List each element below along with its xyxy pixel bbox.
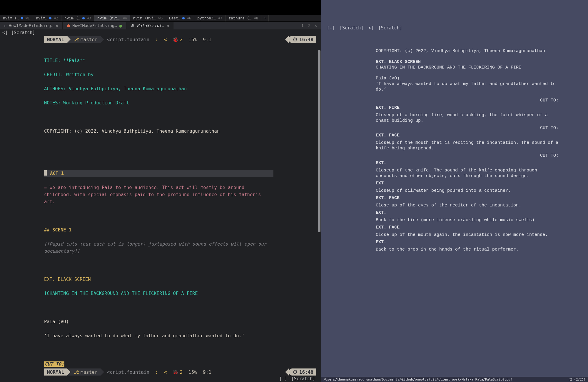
terminal-tab-add[interactable]: +	[261, 15, 269, 21]
pdf-slugline: EXT.	[376, 239, 559, 245]
cursor-position: 9:1	[200, 36, 214, 43]
window-scratch-top: <] [Scratch]	[0, 29, 321, 36]
pdf-page-indicator: [2 (2/2)]	[568, 378, 586, 381]
buffer-tab-2[interactable]: ⬢ HowIMadeFilmUsing… ●	[63, 22, 126, 29]
pdf-slugline: EXT. FIRE	[376, 105, 559, 111]
separator-icon	[101, 368, 104, 376]
scene-heading: ## SCENE 1	[44, 226, 316, 233]
file-path: <cript.fountain	[104, 368, 153, 376]
vim-mode-indicator: NORMAL	[44, 368, 67, 376]
chevron-left-icon: <	[161, 36, 170, 43]
title-key: TITLE:	[44, 58, 63, 63]
bug-icon: 🐞	[173, 369, 178, 375]
separator-icon: :	[152, 36, 161, 43]
terminal-tabs: nvim (…⌘1 nvim…⌘2 nvim (…⌘3 nvim (nvi…⌘4…	[0, 15, 321, 22]
pdf-slugline: EXT. FACE	[376, 195, 559, 201]
pdf-statusbar: /Users/theenakumaragurunathan/Documents/…	[321, 377, 588, 382]
action-emphasis: !CHANTING IN THE BACKGROUND AND THE FLIC…	[44, 290, 316, 297]
scrollbar[interactable]	[318, 50, 320, 232]
pdf-content: COPYRIGHT: (c) 2022, Vindhya Buthpitiya,…	[376, 48, 559, 252]
close-icon[interactable]: ✕	[56, 23, 58, 28]
cursor-position: 9:1	[200, 368, 214, 376]
terminal-tab-4[interactable]: nvim (nvi…⌘4	[94, 15, 130, 21]
root: nvim (…⌘1 nvim…⌘2 nvim (…⌘3 nvim (nvi…⌘4…	[0, 0, 588, 382]
bug-icon: 🐞	[173, 37, 178, 42]
slugline: EXT. BLACK SCREEN	[44, 276, 316, 283]
pdf-pane[interactable]: [-][Scratch] <][Scratch] COPYRIGHT: (c) …	[321, 0, 588, 382]
terminal-tab-6[interactable]: Last…⌘6	[166, 15, 195, 21]
file-icon: ↩	[4, 24, 6, 28]
pdf-slugline: EXT.	[376, 160, 559, 166]
git-branch-icon: ⎇	[74, 37, 79, 42]
pdf-transition: CUT TO:	[376, 153, 559, 159]
synopsis-line: = We are introducing Pala to the audienc…	[44, 184, 268, 205]
notes-line: NOTES: Working Production Draft	[44, 99, 316, 106]
separator-icon	[101, 36, 104, 43]
file-icon: 🗎	[131, 24, 134, 28]
clock: ⏱16:48	[289, 36, 316, 43]
transition: CUT TO:	[44, 361, 64, 367]
pdf-slugline: EXT.	[376, 181, 559, 186]
separator-icon	[67, 368, 71, 376]
file-icon: ⬢	[67, 24, 70, 28]
vim-mode-indicator: NORMAL	[44, 36, 67, 43]
dirty-dot-icon: ●	[119, 23, 122, 29]
terminal-tab-2[interactable]: nvim…⌘2	[33, 15, 61, 21]
buffer-tab-label: PalaScript…	[137, 23, 164, 28]
dirty-dot-icon	[82, 17, 85, 19]
diagnostics-count: 🐞2	[170, 368, 186, 376]
dirty-dot-icon	[49, 17, 51, 19]
scroll-percent: 15%	[186, 36, 200, 43]
pdf-slugline: EXT. BLACK SCREEN	[376, 59, 559, 65]
terminal-tab-8[interactable]: zathura (…⌘8	[225, 15, 261, 21]
pdf-path: /Users/theenakumaragurunathan/Documents/…	[323, 378, 512, 381]
buffer-tab-3[interactable]: 🗎 PalaScript… ✕	[126, 22, 173, 29]
dirty-dot-icon	[182, 17, 185, 19]
pdf-transition: CUT TO:	[376, 125, 559, 131]
file-path: <cript.fountain	[104, 36, 153, 43]
code-area[interactable]: TITLE: **Pala** CREDIT: Written by AUTHO…	[44, 50, 316, 368]
terminal-tab-1[interactable]: nvim (…⌘1	[0, 15, 33, 21]
buffer-tabs: ↩ HowIMadeFilmUsing… ✕ ⬢ HowIMadeFilmUsi…	[0, 22, 321, 29]
clock-icon: ⏱	[293, 37, 298, 42]
git-branch: ⎇master	[71, 368, 101, 376]
chevron-left-icon: <	[161, 368, 170, 376]
inline-note: [[Rapid cuts (but each cut is longer) ju…	[44, 241, 270, 255]
clock-icon: ⏱	[293, 369, 298, 375]
block-cursor-icon	[44, 170, 47, 176]
separator-icon: :	[152, 368, 161, 376]
authors-line: AUTHORS: Vindhya Buthpitiya, Theena Kuma…	[44, 85, 316, 92]
git-branch-icon: ⎇	[74, 369, 79, 375]
clock: ⏱16:48	[289, 368, 316, 376]
terminal-tab-3[interactable]: nvim (…⌘3	[61, 15, 94, 21]
pdf-scratch-top: [-][Scratch] <][Scratch]	[321, 25, 588, 31]
pdf-slugline: EXT.	[376, 210, 559, 216]
dialogue: ‘I have always wanted to do what my fath…	[44, 332, 268, 339]
diagnostics-count: 🐞2	[170, 36, 186, 43]
pdf-transition: CUT TO:	[376, 98, 559, 103]
pdf-slugline: EXT. FACE	[376, 133, 559, 138]
scroll-percent: 15%	[186, 368, 200, 376]
separator-icon	[67, 36, 71, 43]
dirty-dot-icon	[21, 17, 23, 19]
credit-line: CREDIT: Written by	[44, 71, 316, 78]
tabpage-indicator[interactable]: 1 2 ✕	[297, 22, 321, 29]
copyright-line: COPYRIGHT: (c) 2022, Vindhya Buthpitiya,…	[44, 128, 316, 135]
terminal-tab-5[interactable]: nvim (nvi…⌘5	[130, 15, 166, 21]
pdf-copyright: COPYRIGHT: (c) 2022, Vindhya Buthpitiya,…	[376, 48, 559, 54]
pdf-slugline: EXT. FACE	[376, 225, 559, 230]
close-icon[interactable]: ✕	[315, 23, 317, 28]
close-icon[interactable]: ✕	[166, 23, 169, 28]
buffer-tab-1[interactable]: ↩ HowIMadeFilmUsing… ✕	[0, 22, 63, 29]
terminal-tab-7[interactable]: python3…⌘7	[194, 15, 225, 21]
left-pane: nvim (…⌘1 nvim…⌘2 nvim (…⌘3 nvim (nvi…⌘4…	[0, 0, 321, 382]
buffer-tab-label: HowIMadeFilmUsing…	[72, 23, 117, 28]
cursor-line: ACT 1	[44, 170, 273, 177]
window-scratch-bottom: [-] [Scratch]	[0, 376, 321, 382]
character-cue: Pala (VO)	[44, 318, 316, 325]
editor-pane[interactable]: NORMAL ⎇master <cript.fountain : < 🐞2 15…	[0, 36, 321, 368]
git-branch: ⎇master	[71, 36, 101, 43]
buffer-tab-label: HowIMadeFilmUsing…	[9, 23, 54, 28]
window-topband	[0, 0, 321, 15]
